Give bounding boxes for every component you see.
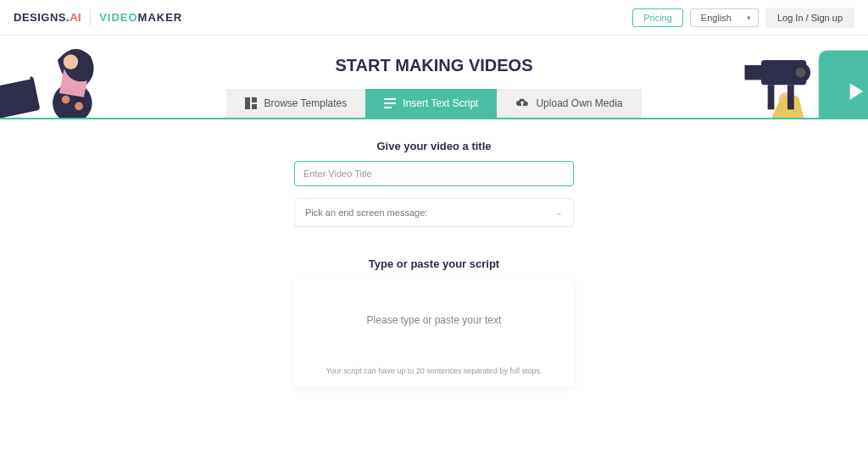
- tab-upload-own-media[interactable]: Upload Own Media: [497, 89, 641, 118]
- svg-rect-20: [384, 107, 392, 108]
- script-hint: Your script can have up to 20 sentences …: [311, 367, 557, 375]
- top-bar: DESIGNS.AI VIDEOMAKER Pricing English ▾ …: [0, 0, 868, 36]
- upload-cloud-icon: [515, 98, 529, 108]
- pricing-button[interactable]: Pricing: [632, 8, 683, 27]
- svg-rect-17: [252, 104, 257, 109]
- end-screen-select[interactable]: Pick an end screen message: ⌄: [294, 198, 574, 227]
- title-section-label: Give your video a title: [376, 140, 491, 152]
- mode-tabs: Browse Templates Insert Text Script Uplo…: [0, 89, 868, 118]
- logo-text: DESIGNS.: [14, 11, 70, 24]
- svg-rect-19: [384, 102, 396, 104]
- page-title: START MAKING VIDEOS: [0, 36, 868, 89]
- logo-designs-ai: DESIGNS.AI: [14, 11, 81, 24]
- svg-rect-18: [384, 98, 396, 100]
- svg-rect-15: [245, 97, 250, 109]
- tab-insert-text-script[interactable]: Insert Text Script: [365, 89, 497, 118]
- tab-label: Browse Templates: [264, 97, 347, 109]
- video-title-input[interactable]: [294, 161, 574, 186]
- product-video: VIDEO: [99, 11, 137, 24]
- brand-divider: [90, 9, 91, 26]
- chevron-down-icon: ⌄: [556, 208, 563, 217]
- logo-ai: AI: [70, 11, 81, 24]
- login-signup-button[interactable]: Log In / Sign up: [765, 8, 854, 28]
- templates-icon: [245, 97, 257, 109]
- script-section: Type or paste your script Please type or…: [294, 257, 574, 387]
- chevron-down-icon: ▾: [747, 14, 751, 22]
- tab-label: Upload Own Media: [536, 97, 622, 109]
- brand-block: DESIGNS.AI VIDEOMAKER: [14, 9, 182, 26]
- header-right: Pricing English ▾ Log In / Sign up: [632, 8, 854, 28]
- tab-label: Insert Text Script: [403, 97, 478, 109]
- end-screen-placeholder: Pick an end screen message:: [305, 207, 427, 218]
- script-icon: [384, 97, 396, 109]
- script-textarea[interactable]: Please type or paste your text Your scri…: [294, 280, 574, 387]
- language-select[interactable]: English ▾: [690, 8, 759, 27]
- language-label: English: [701, 13, 732, 23]
- script-placeholder: Please type or paste your text: [311, 314, 557, 326]
- product-name: VIDEOMAKER: [99, 11, 182, 24]
- tab-browse-templates[interactable]: Browse Templates: [226, 89, 365, 118]
- svg-rect-16: [252, 97, 257, 102]
- hero-section: START MAKING VIDEOS Browse Templates Ins…: [0, 36, 868, 119]
- product-maker: MAKER: [138, 11, 183, 24]
- script-section-label: Type or paste your script: [294, 257, 574, 270]
- main-form: Give your video a title Pick an end scre…: [0, 119, 868, 387]
